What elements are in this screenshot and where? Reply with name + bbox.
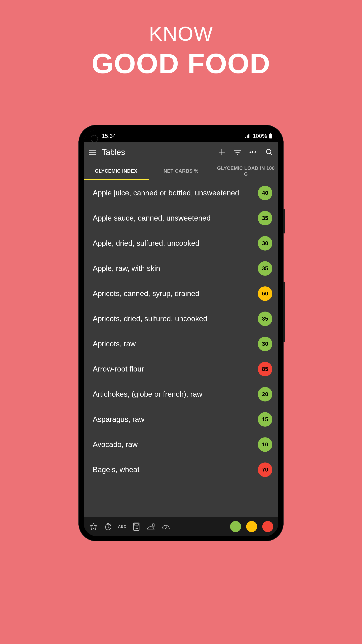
hamburger-menu-icon[interactable] <box>89 148 97 156</box>
tab-1[interactable]: NET CARBS % <box>149 162 214 180</box>
item-value-badge: 15 <box>258 412 272 427</box>
item-name: Apple, raw, with skin <box>93 264 254 273</box>
item-value-badge: 35 <box>258 312 272 326</box>
list-item[interactable]: Apple juice, canned or bottled, unsweete… <box>84 180 278 206</box>
promo-line-1: KNOW <box>0 22 362 45</box>
list-item[interactable]: Arrow-root flour85 <box>84 356 278 382</box>
app-bar-actions: ABC <box>218 148 273 156</box>
item-value-badge: 20 <box>258 387 272 402</box>
item-name: Bagels, wheat <box>93 466 254 474</box>
item-name: Apple sauce, canned, unsweetened <box>93 214 254 222</box>
signal-icon <box>245 134 251 138</box>
phone-side-button <box>283 282 285 342</box>
phone-camera <box>91 135 98 142</box>
item-value-badge: 70 <box>258 462 272 477</box>
search-icon[interactable] <box>265 148 273 156</box>
svg-point-6 <box>135 526 136 527</box>
app-bar: Tables ABC <box>84 142 278 162</box>
item-value-badge: 60 <box>258 286 272 301</box>
battery-icon <box>269 134 272 139</box>
item-value-badge: 30 <box>258 337 272 351</box>
list-item[interactable]: Asparagus, raw15 <box>84 407 278 432</box>
list-item[interactable]: Apricots, dried, sulfured, uncooked35 <box>84 306 278 331</box>
calculator-icon[interactable] <box>131 522 141 532</box>
item-value-badge: 40 <box>258 186 272 200</box>
phone-frame: 15:34 100% Tables <box>78 125 284 541</box>
item-name: Apple juice, canned or bottled, unsweete… <box>93 189 254 197</box>
gauge-icon[interactable] <box>161 522 171 532</box>
filter-dot-red[interactable] <box>262 521 273 532</box>
list-item[interactable]: Apple sauce, canned, unsweetened35 <box>84 206 278 231</box>
abc-filter-button[interactable]: ABC <box>118 524 126 529</box>
svg-point-8 <box>137 526 138 527</box>
item-value-badge: 35 <box>258 211 272 226</box>
item-name: Apple, dried, sulfured, uncooked <box>93 239 254 248</box>
list-item[interactable]: Apple, dried, sulfured, uncooked30 <box>84 231 278 256</box>
favorites-star-icon[interactable] <box>89 522 98 532</box>
list-item[interactable]: Bagels, wheat70 <box>84 457 278 482</box>
filter-icon[interactable] <box>234 148 242 156</box>
item-name: Asparagus, raw <box>93 415 254 424</box>
list-item[interactable]: Avocado, raw10 <box>84 432 278 457</box>
svg-rect-5 <box>134 524 138 525</box>
tab-2[interactable]: GLYCEMIC LOAD IN 100 G <box>213 162 278 180</box>
status-right: 100% <box>245 133 272 139</box>
svg-point-11 <box>137 528 138 529</box>
bottom-bar: ABC <box>84 517 278 536</box>
item-value-badge: 85 <box>258 362 272 376</box>
filter-dot-green[interactable] <box>230 521 241 532</box>
status-bar: 15:34 100% <box>84 130 278 142</box>
status-battery-text: 100% <box>253 133 267 139</box>
list-item[interactable]: Artichokes, (globe or french), raw20 <box>84 382 278 407</box>
item-value-badge: 10 <box>258 437 272 452</box>
food-list[interactable]: Apple juice, canned or bottled, unsweete… <box>84 180 278 517</box>
promo-heading: KNOW GOOD FOOD <box>0 0 362 80</box>
svg-rect-0 <box>270 134 271 134</box>
svg-point-10 <box>136 528 137 529</box>
phone-side-button <box>283 209 285 234</box>
filter-dot-yellow[interactable] <box>246 521 257 532</box>
promo-line-2: GOOD FOOD <box>0 47 362 80</box>
item-name: Apricots, dried, sulfured, uncooked <box>93 314 254 323</box>
item-name: Apricots, canned, syrup, drained <box>93 290 254 298</box>
item-name: Arrow-root flour <box>93 365 254 373</box>
svg-point-2 <box>267 149 271 154</box>
item-name: Avocado, raw <box>93 440 254 449</box>
page-title: Tables <box>102 148 213 157</box>
item-name: Apricots, raw <box>93 340 254 348</box>
sort-abc-button[interactable]: ABC <box>249 150 258 154</box>
status-time: 15:34 <box>102 133 116 139</box>
tabs: GLYCEMIC INDEXNET CARBS %GLYCEMIC LOAD I… <box>84 162 278 180</box>
item-name: Artichokes, (globe or french), raw <box>93 390 254 398</box>
phone-screen: 15:34 100% Tables <box>84 130 278 536</box>
item-value-badge: 30 <box>258 236 272 250</box>
list-item[interactable]: Apple, raw, with skin35 <box>84 256 278 281</box>
timer-icon[interactable] <box>103 522 113 532</box>
item-value-badge: 35 <box>258 261 272 276</box>
tab-0[interactable]: GLYCEMIC INDEX <box>84 162 149 180</box>
svg-point-7 <box>136 526 137 527</box>
list-item[interactable]: Apricots, canned, syrup, drained60 <box>84 281 278 306</box>
svg-point-9 <box>135 528 136 529</box>
add-icon[interactable] <box>218 148 226 156</box>
list-item[interactable]: Apricots, raw30 <box>84 331 278 356</box>
svg-rect-1 <box>269 134 272 138</box>
meal-icon[interactable] <box>146 522 156 532</box>
